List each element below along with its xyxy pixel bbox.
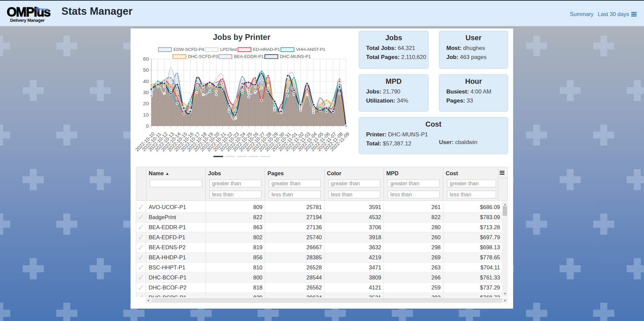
svg-text:50: 50	[143, 67, 149, 73]
svg-text:20: 20	[143, 101, 149, 106]
svg-text:10: 10	[143, 112, 149, 118]
svg-text:0: 0	[146, 123, 149, 129]
svg-text:30: 30	[143, 89, 149, 95]
svg-text:60: 60	[143, 56, 149, 62]
svg-text:40: 40	[143, 78, 149, 84]
